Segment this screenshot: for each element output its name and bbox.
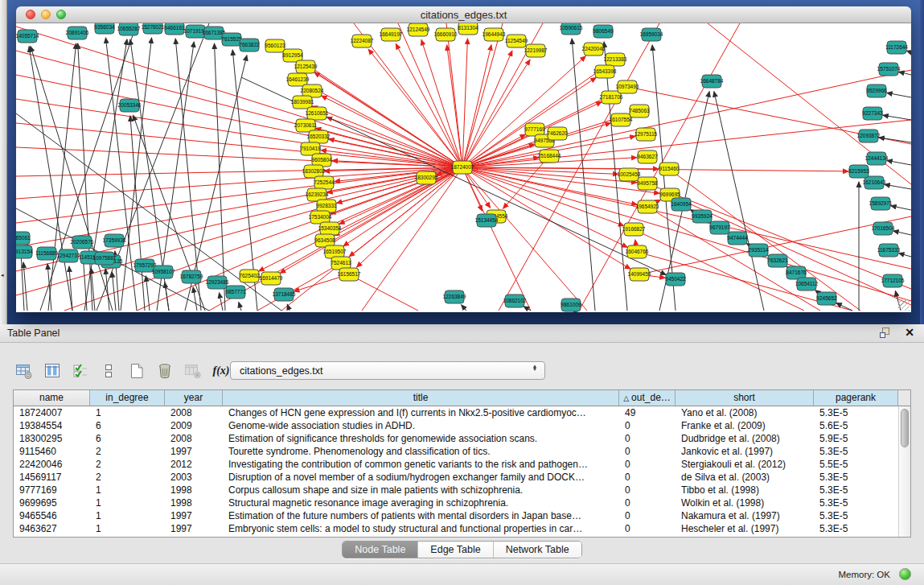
- graph-node[interactable]: 7462620: [547, 127, 568, 140]
- graph-node[interactable]: 3385061: [16, 232, 31, 245]
- float-panel-icon[interactable]: [880, 328, 892, 340]
- graph-node[interactable]: 7632621: [767, 254, 788, 267]
- graph-node[interactable]: 17359938: [103, 234, 126, 247]
- graph-node[interactable]: 10862102: [503, 295, 527, 307]
- graph-node[interactable]: 12224087: [351, 35, 374, 47]
- column-select-icon[interactable]: [43, 361, 62, 381]
- graph-node[interactable]: 9227343: [862, 107, 883, 120]
- left-panel-divider[interactable]: ◂: [0, 0, 7, 324]
- graph-node[interactable]: 19654923: [636, 200, 659, 213]
- tab-network-table[interactable]: Network Table: [493, 542, 581, 558]
- graph-node[interactable]: 8131304: [458, 23, 478, 35]
- table-settings-icon[interactable]: [14, 361, 34, 381]
- graph-node[interactable]: 16107554: [610, 113, 633, 126]
- graph-node[interactable]: 20053346: [118, 99, 142, 112]
- graph-node[interactable]: 12213383: [604, 53, 627, 66]
- table-row[interactable]: 2242004622012Investigating the contribut…: [14, 458, 910, 471]
- graph-node[interactable]: 16914479: [260, 272, 283, 285]
- graph-node[interactable]: 16520332: [307, 130, 331, 143]
- table-select-dropdown[interactable]: citations_edges.txt ▲▼: [230, 361, 545, 380]
- graph-node[interactable]: 12219987: [524, 44, 548, 57]
- graph-node[interactable]: 7485063: [629, 105, 650, 117]
- delete-rows-trash-icon[interactable]: [155, 361, 175, 381]
- graph-node[interactable]: 9806549: [593, 25, 614, 38]
- window-titlebar[interactable]: citations_edges.txt: [16, 6, 911, 23]
- new-document-icon[interactable]: [127, 361, 146, 381]
- graph-node[interactable]: 16782759: [180, 270, 203, 283]
- table-row[interactable]: 1938455462009Genome-wide association stu…: [14, 419, 910, 432]
- graph-node[interactable]: 17712105: [881, 274, 905, 287]
- graph-node[interactable]: 22420046: [582, 43, 606, 56]
- graph-node[interactable]: 12942737: [57, 249, 80, 262]
- graph-node[interactable]: 10975887: [93, 252, 117, 265]
- tab-node-table[interactable]: Node Table: [343, 542, 417, 558]
- tab-edge-table[interactable]: Edge Table: [417, 542, 492, 558]
- graph-node[interactable]: 19166827: [622, 223, 646, 236]
- graph-node[interactable]: 9474444: [727, 232, 748, 245]
- table-row[interactable]: 977716911998Corpus callosum shape and si…: [14, 484, 910, 496]
- graph-node[interactable]: 16649197: [380, 28, 403, 41]
- graph-node[interactable]: 9495758: [637, 177, 658, 190]
- graph-node[interactable]: 9115460: [659, 163, 680, 175]
- graph-node[interactable]: 9935924: [692, 210, 713, 223]
- graph-node[interactable]: 16648784: [700, 75, 724, 88]
- graph-node[interactable]: 12923486: [206, 276, 229, 289]
- graph-node[interactable]: 14099459: [628, 268, 651, 281]
- graph-node[interactable]: 10654112: [795, 278, 819, 290]
- graph-node[interactable]: 12975115: [634, 128, 658, 141]
- column-header-pagerank[interactable]: pagerank: [814, 390, 898, 406]
- column-header-in_degree[interactable]: in_degree: [90, 390, 165, 406]
- column-header-short[interactable]: short: [676, 390, 814, 406]
- graph-node[interactable]: 12093872: [857, 130, 881, 142]
- graph-node[interactable]: 10973493: [616, 80, 639, 93]
- graph-node[interactable]: 11254549: [505, 35, 528, 47]
- graph-node[interactable]: 9466161: [164, 23, 185, 35]
- row-height-icon[interactable]: [99, 361, 118, 381]
- graph-node[interactable]: 14055714: [16, 30, 39, 43]
- collapse-arrow-icon[interactable]: ◂: [1, 272, 4, 278]
- graph-node[interactable]: 9857771: [225, 286, 246, 299]
- table-row[interactable]: 1872400712008Changes of HCN gene express…: [14, 406, 910, 419]
- vertical-scrollbar[interactable]: [898, 406, 910, 537]
- graph-node[interactable]: 12610651: [306, 107, 329, 120]
- graph-node[interactable]: 25168444: [538, 150, 561, 163]
- graph-node[interactable]: 10958107: [152, 266, 175, 278]
- graph-node[interactable]: 7663822: [239, 39, 260, 51]
- column-header-year[interactable]: year: [165, 390, 223, 406]
- graph-node[interactable]: 12125439: [294, 60, 318, 73]
- resize-grip[interactable]: [898, 299, 910, 311]
- column-header-title[interactable]: title: [223, 390, 619, 406]
- graph-node[interactable]: 10655287: [117, 23, 141, 35]
- graph-node[interactable]: 1640954: [671, 198, 692, 211]
- network-svg[interactable]: 1872400795601238912954121254391646123922…: [16, 23, 911, 312]
- column-header-name[interactable]: name: [14, 390, 90, 406]
- graph-node[interactable]: 18724007: [451, 161, 474, 174]
- network-canvas[interactable]: 1872400795601238912954121254391646123922…: [16, 23, 911, 312]
- graph-node[interactable]: 16543398: [593, 65, 617, 78]
- graph-node[interactable]: 12263849: [443, 290, 466, 303]
- graph-node[interactable]: 11156889: [35, 247, 58, 260]
- graph-node[interactable]: 15751074: [877, 63, 901, 76]
- scrollbar-thumb[interactable]: [901, 409, 909, 447]
- table-row[interactable]: 1456911722003Disruption of a novel membe…: [14, 471, 910, 484]
- graph-node[interactable]: 15276021: [142, 23, 165, 34]
- graph-node[interactable]: 15892971: [869, 197, 893, 210]
- graph-node[interactable]: 8215953: [848, 165, 869, 178]
- graph-node[interactable]: 2935114: [749, 244, 769, 257]
- graph-node[interactable]: 9450422: [665, 273, 686, 286]
- table-row[interactable]: 1830029562008Estimation of significance …: [14, 432, 910, 445]
- graph-node[interactable]: 7625402: [239, 270, 260, 282]
- graph-node[interactable]: 12124549: [407, 23, 430, 36]
- table-row[interactable]: 911546021997Tourette syndrome. Phenomeno…: [14, 445, 910, 458]
- graph-node[interactable]: 7252544: [314, 176, 335, 189]
- graph-node[interactable]: 9463627: [637, 150, 658, 163]
- graph-node[interactable]: 3913154: [16, 245, 33, 258]
- graph-node[interactable]: 20891406: [66, 27, 89, 39]
- close-panel-icon[interactable]: ✕: [905, 326, 914, 339]
- table-row[interactable]: 946554611997Estimation of the future num…: [14, 509, 910, 522]
- graph-node[interactable]: 16156517: [338, 268, 361, 281]
- graph-node[interactable]: 9356034: [94, 23, 115, 34]
- graph-node[interactable]: 9861009: [561, 299, 581, 311]
- graph-node[interactable]: 9560123: [265, 39, 285, 52]
- function-builder-icon[interactable]: f(x): [211, 361, 231, 381]
